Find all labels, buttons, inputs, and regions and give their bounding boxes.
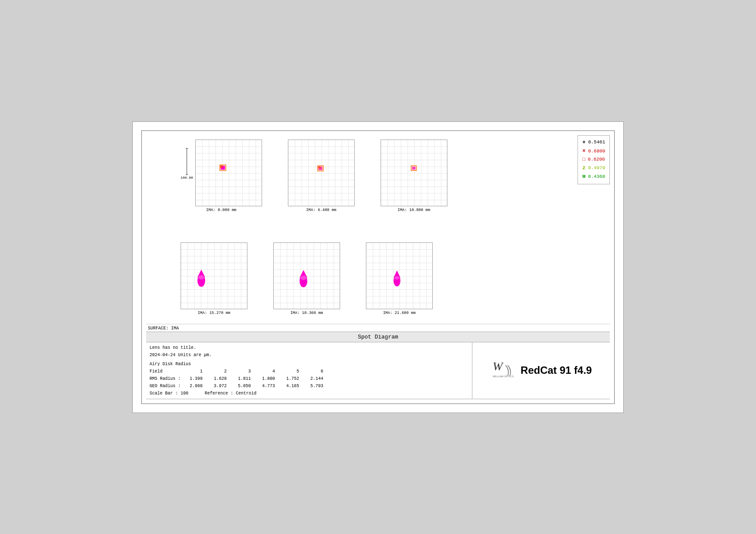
legend-item-4: z 0.4970 <box>582 164 605 172</box>
field-4: 4 <box>259 368 275 375</box>
field-5: 5 <box>283 368 299 375</box>
reference-centroid: Reference : Centroid <box>188 390 256 397</box>
geo-1: 2.960 <box>186 382 203 390</box>
legend-symbol-2: × <box>582 147 585 155</box>
geo-3: 5.050 <box>234 382 251 390</box>
geo-2: 3.972 <box>210 382 227 390</box>
row-spacer <box>155 217 601 242</box>
data-left: Lens has no title. 2024-04-24 Units are … <box>146 342 472 399</box>
field-label: Field <box>150 368 186 375</box>
grid-svg-3 <box>381 140 447 206</box>
scale-label: Scale Bar : 100 <box>150 390 188 397</box>
grid-canvas-4 <box>181 242 247 309</box>
svg-rect-20 <box>220 165 223 168</box>
diagram-cell-6: IMA: 21.600 mm <box>366 242 433 315</box>
grid-container-4 <box>181 242 247 309</box>
brand-section: W WILLIAM OPTICS RedCat 91 f4.9 <box>472 342 610 399</box>
page: + 0.5461 × 0.6800 □ 0.6200 z 0.4970 м 0.… <box>132 121 624 413</box>
field-values: 1 2 3 4 5 6 <box>186 368 323 375</box>
grid-svg-6 <box>366 243 433 309</box>
legend-value-5: 0.4360 <box>588 173 605 181</box>
ima-label-3: IMA: 10.800 mm <box>398 208 431 212</box>
diagram-row-1: 100.00 <box>155 140 601 212</box>
grid-canvas-1 <box>195 140 262 206</box>
data-table: Lens has no title. 2024-04-24 Units are … <box>146 342 610 399</box>
rms-6: 2.144 <box>307 375 323 382</box>
legend-item-1: + 0.5461 <box>582 138 605 147</box>
diagram-cell-3: IMA: 10.800 mm <box>381 140 447 212</box>
legend-value-3: 0.6200 <box>588 155 605 164</box>
airy-disk-label: Airy Disk Radius <box>150 360 469 368</box>
svg-point-103 <box>300 276 306 280</box>
diagram-cell-4: IMA: 15.270 mm <box>181 242 247 315</box>
svg-point-124 <box>394 276 400 279</box>
geo-4: 4.773 <box>259 382 275 390</box>
diagram-cell-2: IMA: 6.480 mm <box>288 140 355 212</box>
legend-symbol-3: □ <box>582 155 585 164</box>
rms-4: 1.800 <box>259 375 275 382</box>
scale-bar-bottom <box>186 174 188 175</box>
scale-bar-label: 100.00 <box>181 176 193 180</box>
grid-svg-2 <box>288 140 355 206</box>
grid-svg-4 <box>181 243 247 309</box>
ima-label-5: IMA: 18.360 mm <box>291 311 323 315</box>
grid-canvas-2 <box>288 140 355 206</box>
rms-3: 1.811 <box>234 375 251 382</box>
legend-symbol-4: z <box>582 164 585 172</box>
geo-values: 2.960 3.972 5.050 4.773 4.165 5.793 <box>186 382 323 390</box>
scale-bar-line <box>187 149 187 174</box>
svg-text:W: W <box>493 362 504 373</box>
diagram-title: Spot Diagram <box>146 332 610 342</box>
legend-item-3: □ 0.6200 <box>582 155 605 164</box>
grid-canvas-3 <box>381 140 447 206</box>
svg-text:WILLIAM OPTICS: WILLIAM OPTICS <box>493 375 514 378</box>
grid-svg-1 <box>196 140 262 206</box>
geo-6: 5.793 <box>307 382 323 390</box>
field-3: 3 <box>234 368 251 375</box>
brand-name: RedCat 91 f4.9 <box>521 364 592 376</box>
grid-container-2 <box>288 140 355 206</box>
legend: + 0.5461 × 0.6800 □ 0.6200 z 0.4970 м 0.… <box>578 135 610 184</box>
legend-symbol-1: + <box>582 138 585 147</box>
legend-item-5: м 0.4360 <box>582 172 605 181</box>
grid-container-6 <box>366 242 433 309</box>
field-2: 2 <box>210 368 227 375</box>
grid-container-3 <box>381 140 447 206</box>
rms-2: 1.628 <box>210 375 227 382</box>
diagrams-area: 100.00 <box>146 135 610 324</box>
field-row: Field 1 2 3 4 5 6 <box>150 368 469 375</box>
diagram-cell-1: 100.00 <box>181 140 262 212</box>
ima-label-2: IMA: 6.480 mm <box>306 208 336 212</box>
surface-label: SURFACE: IMA <box>146 324 610 332</box>
grid-container-5 <box>273 242 340 309</box>
legend-value-1: 0.5461 <box>588 138 605 146</box>
grid-svg-5 <box>274 243 340 309</box>
field-1: 1 <box>186 368 203 375</box>
geo-row: GEO Radius : 2.960 3.972 5.050 4.773 4.1… <box>150 382 469 390</box>
rms-1: 1.399 <box>186 375 203 382</box>
main-content: + 0.5461 × 0.6800 □ 0.6200 z 0.4970 м 0.… <box>141 130 615 404</box>
svg-rect-41 <box>318 166 321 168</box>
grid-canvas-5 <box>273 242 340 309</box>
lens-title: Lens has no title. <box>150 344 469 351</box>
svg-point-82 <box>198 275 204 279</box>
diagram-row-2: IMA: 15.270 mm <box>155 242 601 315</box>
legend-value-4: 0.4970 <box>588 164 605 172</box>
legend-item-2: × 0.6800 <box>582 147 605 155</box>
rms-values: 1.399 1.628 1.811 1.800 1.752 2.144 <box>186 375 323 382</box>
geo-5: 4.165 <box>283 382 299 390</box>
geo-label: GEO Radius : <box>150 382 186 390</box>
grid-container-1: 100.00 <box>181 140 262 206</box>
svg-rect-61 <box>412 167 415 170</box>
ima-label-6: IMA: 21.600 mm <box>383 311 416 315</box>
date-units: 2024-04-24 Units are µm. <box>150 351 469 359</box>
rms-label: RMS Radius : <box>150 375 186 382</box>
scale-row: Scale Bar : 100 Reference : Centroid <box>150 390 469 397</box>
legend-symbol-5: м <box>582 172 585 181</box>
scale-bar: 100.00 <box>181 148 193 180</box>
rms-row: RMS Radius : 1.399 1.628 1.811 1.800 1.7… <box>150 375 469 382</box>
ima-label-1: IMA: 0.000 mm <box>206 208 236 212</box>
diagram-cell-5: IMA: 18.360 mm <box>273 242 340 315</box>
field-6: 6 <box>307 368 323 375</box>
rms-5: 1.752 <box>283 375 299 382</box>
